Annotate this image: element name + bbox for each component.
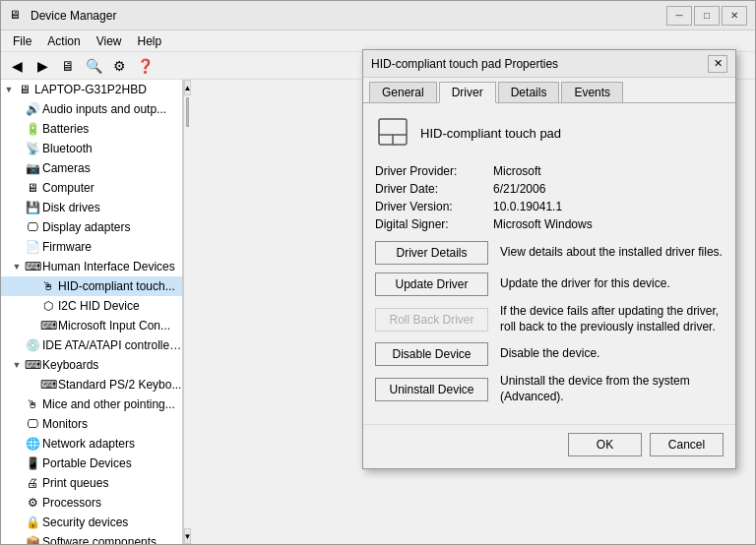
- item-label: HID-compliant touch...: [58, 279, 175, 293]
- tab-events[interactable]: Events: [561, 82, 623, 102]
- item-icon: 🔊: [25, 101, 40, 117]
- list-item[interactable]: 🖥 Computer: [1, 178, 182, 198]
- scroll-thumb[interactable]: [186, 97, 189, 127]
- item-icon: 📄: [25, 239, 40, 255]
- menu-help[interactable]: Help: [130, 32, 170, 50]
- toolbar-help[interactable]: ❓: [133, 54, 157, 78]
- item-icon: 🔒: [25, 515, 40, 530]
- item-label: Audio inputs and outp...: [42, 102, 166, 116]
- list-item[interactable]: 📱 Portable Devices: [1, 454, 182, 473]
- menu-file[interactable]: File: [5, 32, 39, 50]
- list-item[interactable]: 📡 Bluetooth: [1, 139, 182, 158]
- item-icon: 🖱: [25, 396, 40, 412]
- toolbar-scan[interactable]: 🔍: [82, 54, 105, 78]
- list-item[interactable]: ⬡ I2C HID Device: [1, 296, 182, 316]
- list-item[interactable]: 🔒 Security devices: [1, 513, 182, 532]
- scroll-down-arrow[interactable]: ▼: [184, 528, 191, 544]
- maximize-button[interactable]: □: [694, 6, 720, 26]
- expand-icon: [9, 121, 25, 137]
- dialog-body: HID-compliant touch pad Driver Provider:…: [363, 103, 735, 424]
- list-item[interactable]: 🔊 Audio inputs and outp...: [1, 99, 182, 119]
- toolbar-forward[interactable]: ▶: [31, 54, 54, 78]
- item-label: Firmware: [42, 240, 92, 254]
- expand-icon: [9, 515, 25, 530]
- cancel-button[interactable]: Cancel: [650, 433, 724, 456]
- item-label: Network adapters: [42, 437, 135, 451]
- item-label: Display adapters: [42, 220, 130, 234]
- list-item[interactable]: 📄 Firmware: [1, 237, 182, 257]
- item-icon: ⚙: [25, 495, 40, 511]
- rollback-driver-button[interactable]: Roll Back Driver: [375, 308, 488, 332]
- list-item[interactable]: 💾 Disk drives: [1, 198, 182, 217]
- list-item[interactable]: 🖨 Print queues: [1, 473, 182, 493]
- item-label: Mice and other pointing...: [42, 397, 175, 411]
- expand-icon: [9, 180, 25, 196]
- list-item[interactable]: 💿 IDE ATA/ATAPI controllers...: [1, 335, 182, 355]
- item-icon: 📡: [25, 141, 40, 156]
- close-button[interactable]: ✕: [722, 6, 747, 26]
- rollback-driver-desc: If the device fails after updating the d…: [500, 304, 724, 334]
- info-row-version: Driver Version: 10.0.19041.1: [375, 200, 724, 213]
- update-driver-button[interactable]: Update Driver: [375, 272, 488, 296]
- toolbar-settings[interactable]: ⚙: [107, 54, 131, 78]
- list-item[interactable]: ⚙ Processors: [1, 493, 182, 513]
- minimize-button[interactable]: ─: [666, 6, 692, 26]
- expand-icon: [9, 219, 25, 235]
- dialog-close-button[interactable]: ✕: [708, 55, 727, 73]
- device-header: HID-compliant touch pad: [375, 115, 724, 151]
- item-label: Computer: [42, 181, 94, 195]
- expand-icon: [9, 239, 25, 255]
- list-item[interactable]: 📷 Cameras: [1, 158, 182, 178]
- disable-device-button[interactable]: Disable Device: [375, 342, 488, 366]
- menu-action[interactable]: Action: [39, 32, 88, 50]
- list-item[interactable]: 🔋 Batteries: [1, 119, 182, 139]
- ok-button[interactable]: OK: [568, 433, 642, 456]
- title-bar-controls: ─ □ ✕: [666, 6, 747, 26]
- tree-root[interactable]: ▼ 🖥 LAPTOP-G31P2HBD: [1, 80, 182, 99]
- list-item[interactable]: 🖱 Mice and other pointing...: [1, 394, 182, 414]
- list-item[interactable]: 🖵 Display adapters: [1, 217, 182, 237]
- scroll-up-arrow[interactable]: ▲: [184, 80, 191, 95]
- item-icon: 🔋: [25, 121, 40, 137]
- tab-general[interactable]: General: [369, 82, 437, 102]
- list-item[interactable]: ▼ ⌨ Keyboards: [1, 355, 182, 375]
- menu-view[interactable]: View: [89, 32, 130, 50]
- signer-label: Digital Signer:: [375, 217, 493, 231]
- item-label: IDE ATA/ATAPI controllers...: [42, 338, 182, 352]
- expand-icon: [9, 495, 25, 511]
- list-item[interactable]: ⌨ Microsoft Input Con...: [1, 316, 182, 335]
- item-icon: 🖵: [25, 219, 40, 235]
- device-tree[interactable]: ▼ 🖥 LAPTOP-G31P2HBD 🔊 Audio inputs and o…: [1, 80, 183, 544]
- list-item[interactable]: 🖱 HID-compliant touch...: [1, 276, 182, 296]
- item-icon: 💾: [25, 200, 40, 215]
- scroll-track[interactable]: [184, 95, 191, 528]
- list-item[interactable]: ▼ ⌨ Human Interface Devices: [1, 257, 182, 276]
- list-item[interactable]: 🌐 Network adapters: [1, 434, 182, 454]
- list-item[interactable]: 🖵 Monitors: [1, 414, 182, 434]
- expand-icon: [9, 455, 25, 471]
- list-item[interactable]: 📦 Software components: [1, 532, 182, 544]
- toolbar-back[interactable]: ◀: [5, 54, 29, 78]
- item-icon: 📱: [25, 455, 40, 471]
- driver-details-desc: View details about the installed driver …: [500, 245, 723, 261]
- item-icon: 🌐: [25, 436, 40, 452]
- driver-info-table: Driver Provider: Microsoft Driver Date: …: [375, 164, 724, 231]
- tab-driver[interactable]: Driver: [439, 82, 496, 103]
- item-icon: 🖥: [25, 180, 40, 196]
- main-scrollbar[interactable]: ▲ ▼: [183, 80, 191, 544]
- toolbar-properties[interactable]: 🖥: [56, 54, 80, 78]
- device-icon: [375, 115, 410, 151]
- expand-icon: [9, 534, 25, 544]
- item-label: Disk drives: [42, 201, 100, 214]
- uninstall-device-button[interactable]: Uninstall Device: [375, 378, 488, 401]
- driver-details-button[interactable]: Driver Details: [375, 241, 488, 265]
- item-label: Bluetooth: [42, 142, 93, 155]
- date-label: Driver Date:: [375, 182, 493, 196]
- item-icon: 🖱: [40, 278, 56, 294]
- list-item[interactable]: ⌨ Standard PS/2 Keybo...: [1, 375, 182, 394]
- tab-details[interactable]: Details: [498, 82, 560, 102]
- item-label: Processors: [42, 496, 101, 510]
- signer-value: Microsoft Windows: [493, 217, 593, 231]
- expand-icon: ▼: [9, 357, 25, 373]
- item-icon: ⌨: [25, 259, 40, 274]
